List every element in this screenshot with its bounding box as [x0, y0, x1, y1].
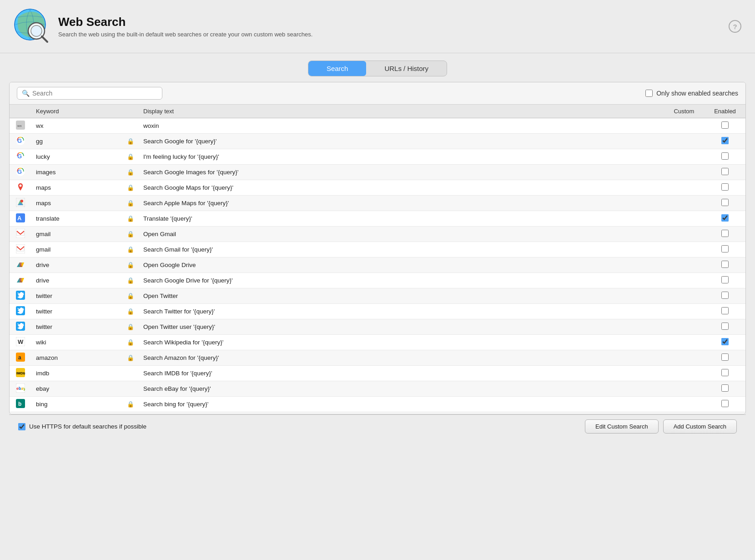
enabled-checkbox[interactable] [721, 137, 729, 144]
table-row[interactable]: G lucky 🔒 I'm feeling lucky for '{query}… [10, 149, 745, 165]
row-enabled[interactable] [705, 180, 745, 196]
tab-urls[interactable]: URLs / History [366, 61, 447, 76]
row-custom [664, 288, 705, 304]
table-row[interactable]: IMDb imdb Search IMDB for '{query}' [10, 366, 745, 381]
enabled-checkbox[interactable] [721, 183, 729, 191]
table-row[interactable]: gmail 🔒 Search Gmail for '{query}' [10, 242, 745, 257]
row-lock: 🔒 [122, 149, 139, 165]
table-row[interactable]: a amazon 🔒 Search Amazon for '{query}' [10, 350, 745, 366]
enabled-checkbox[interactable] [721, 245, 729, 252]
row-enabled[interactable] [705, 319, 745, 335]
row-lock: 🔒 [122, 211, 139, 227]
row-enabled[interactable] [705, 211, 745, 227]
enabled-checkbox[interactable] [721, 307, 729, 314]
https-option: Use HTTPS for default searches if possib… [18, 423, 146, 430]
table-row[interactable]: twitter 🔒 Search Twitter for '{query}' [10, 304, 745, 319]
row-enabled[interactable] [705, 350, 745, 366]
row-display: Search Google Drive for '{query}' [139, 273, 664, 288]
row-display: Open Google Drive [139, 257, 664, 273]
table-row[interactable]: Y yahoo 🔒 Search Yahoo for '{query}' [10, 412, 745, 414]
row-keyword: lucky [31, 149, 122, 165]
row-display: woxin [139, 118, 664, 134]
row-enabled[interactable] [705, 196, 745, 211]
table-row[interactable]: b bing 🔒 Search bing for '{query}' [10, 397, 745, 412]
table-row[interactable]: wx wx woxin [10, 118, 745, 134]
enabled-checkbox[interactable] [721, 384, 729, 392]
row-icon: b [10, 397, 31, 412]
row-display: Search Twitter for '{query}' [139, 304, 664, 319]
enabled-checkbox[interactable] [721, 168, 729, 175]
row-enabled[interactable] [705, 412, 745, 414]
row-keyword: maps [31, 180, 122, 196]
enabled-checkbox[interactable] [721, 323, 729, 330]
row-custom [664, 227, 705, 242]
enabled-checkbox[interactable] [721, 292, 729, 299]
table-row[interactable]: maps 🔒 Search Apple Maps for '{query}' [10, 196, 745, 211]
svg-line-4 [42, 36, 47, 42]
row-enabled[interactable] [705, 273, 745, 288]
svg-text:wx: wx [17, 124, 22, 128]
enabled-checkbox[interactable] [721, 369, 729, 376]
row-enabled[interactable] [705, 149, 745, 165]
enabled-checkbox[interactable] [721, 152, 729, 160]
table-row[interactable]: drive 🔒 Open Google Drive [10, 257, 745, 273]
row-lock: 🔒 [122, 273, 139, 288]
row-custom [664, 180, 705, 196]
table-row[interactable]: G gg 🔒 Search Google for '{query}' [10, 134, 745, 149]
row-enabled[interactable] [705, 257, 745, 273]
row-display: Search Apple Maps for '{query}' [139, 196, 664, 211]
row-lock: 🔒 [122, 350, 139, 366]
search-table: Keyword Display text Custom Enabled wx w… [10, 105, 745, 414]
https-checkbox[interactable] [18, 423, 25, 430]
row-enabled[interactable] [705, 335, 745, 350]
table-row[interactable]: twitter 🔒 Open Twitter [10, 288, 745, 304]
row-enabled[interactable] [705, 288, 745, 304]
row-enabled[interactable] [705, 242, 745, 257]
row-lock [122, 381, 139, 397]
table-row[interactable]: maps 🔒 Search Google Maps for '{query}' [10, 180, 745, 196]
row-lock: 🔒 [122, 319, 139, 335]
row-custom [664, 273, 705, 288]
search-input[interactable] [32, 90, 157, 97]
enabled-checkbox[interactable] [721, 230, 729, 237]
table-row[interactable]: W wiki 🔒 Search Wikipedia for '{query}' [10, 335, 745, 350]
row-enabled[interactable] [705, 227, 745, 242]
enabled-checkbox[interactable] [721, 199, 729, 206]
table-row[interactable]: gmail 🔒 Open Gmail [10, 227, 745, 242]
edit-custom-search-button[interactable]: Edit Custom Search [585, 419, 659, 434]
add-custom-search-button[interactable]: Add Custom Search [663, 419, 737, 434]
row-enabled[interactable] [705, 165, 745, 180]
row-keyword: imdb [31, 366, 122, 381]
app-header: Web Search Search the web using the buil… [0, 0, 755, 53]
row-enabled[interactable] [705, 118, 745, 134]
table-row[interactable]: drive 🔒 Search Google Drive for '{query}… [10, 273, 745, 288]
row-keyword: twitter [31, 288, 122, 304]
col-header-display: Display text [139, 105, 664, 118]
enabled-checkbox[interactable] [721, 353, 729, 361]
table-row[interactable]: twitter 🔒 Open Twitter user '{query}' [10, 319, 745, 335]
row-icon [10, 319, 31, 335]
enabled-checkbox[interactable] [721, 400, 729, 407]
row-enabled[interactable] [705, 366, 745, 381]
row-keyword: ebay [31, 381, 122, 397]
row-icon: IMDb [10, 366, 31, 381]
row-keyword: maps [31, 196, 122, 211]
table-row[interactable]: ebay ebay Search eBay for '{query}' [10, 381, 745, 397]
row-enabled[interactable] [705, 381, 745, 397]
row-lock: 🔒 [122, 242, 139, 257]
table-row[interactable]: A translate 🔒 Translate '{query}' [10, 211, 745, 227]
row-enabled[interactable] [705, 134, 745, 149]
enabled-checkbox[interactable] [721, 214, 729, 222]
row-enabled[interactable] [705, 397, 745, 412]
enabled-checkbox[interactable] [721, 261, 729, 268]
enabled-checkbox[interactable] [721, 276, 729, 283]
row-enabled[interactable] [705, 304, 745, 319]
row-keyword: wiki [31, 335, 122, 350]
only-enabled-checkbox[interactable] [645, 90, 653, 97]
row-keyword: gmail [31, 242, 122, 257]
tab-search[interactable]: Search [308, 61, 367, 76]
enabled-checkbox[interactable] [721, 338, 729, 345]
enabled-checkbox[interactable] [721, 121, 729, 129]
help-button[interactable]: ? [729, 20, 741, 33]
table-row[interactable]: G images 🔒 Search Google Images for '{qu… [10, 165, 745, 180]
